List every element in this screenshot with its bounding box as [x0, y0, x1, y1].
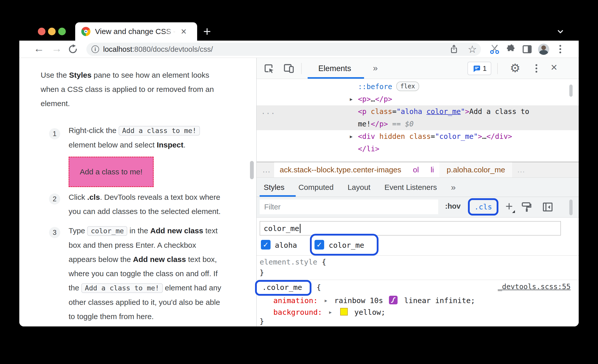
dom-token: class — [405, 132, 431, 141]
dom-token: </p> — [371, 120, 388, 128]
devtools-close-icon[interactable]: × — [551, 62, 557, 73]
breadcrumb-item-selected[interactable]: p.aloha.color_me — [447, 166, 505, 174]
elements-tab-underline — [308, 77, 364, 79]
reload-button[interactable] — [68, 44, 78, 55]
more-panes-chevron[interactable]: » — [451, 182, 456, 192]
tab-search-chevron-icon[interactable] — [555, 26, 565, 37]
doc-text: text box, — [186, 255, 217, 263]
dom-token: <p> — [358, 95, 371, 103]
share-icon[interactable] — [449, 44, 459, 54]
step-3-number: 3 — [49, 227, 60, 238]
forward-button[interactable]: → — [51, 43, 62, 54]
doc-bold-text: Add new class — [133, 255, 186, 263]
property-name: background: — [273, 308, 322, 317]
tab-title-fade — [164, 26, 179, 37]
toggle-hover-state-button[interactable]: :hov — [445, 202, 461, 210]
property-value: rainbow 10s — [334, 296, 383, 305]
browser-tab[interactable]: View and change CSS - Chrome × — [75, 22, 197, 41]
element-style-selector: element.style — [260, 258, 317, 266]
dom-token: > — [465, 107, 469, 116]
dock-styles-sidebar-icon[interactable] — [542, 201, 554, 213]
expand-arrow-icon[interactable]: ▶ — [329, 310, 332, 315]
expand-arrow-icon[interactable]: ▶ — [325, 298, 327, 303]
tab-close-icon[interactable]: × — [181, 27, 186, 36]
profile-avatar[interactable] — [538, 44, 549, 55]
add-class-demo-element[interactable]: Add a class to me! — [69, 157, 154, 187]
styles-filter-input[interactable] — [260, 200, 438, 214]
expand-arrow-icon[interactable]: ▶ — [350, 93, 353, 105]
minimize-window-button[interactable] — [48, 28, 56, 35]
class-checkbox-aloha[interactable]: ✓ — [261, 240, 271, 250]
back-button[interactable]: ← — [34, 43, 44, 54]
breadcrumb-item[interactable]: ack.stack--block.type.center-images — [280, 166, 401, 174]
step-2-text: Click .cls. DevTools reveals a text box … — [69, 190, 257, 219]
scissors-extension-icon[interactable] — [489, 44, 500, 55]
expand-arrow-icon[interactable]: ▶ — [350, 130, 353, 143]
dom-guide-dots: ... — [261, 105, 276, 118]
breadcrumb-item[interactable]: li — [431, 166, 434, 174]
tab-event-listeners[interactable]: Event Listeners — [384, 183, 437, 192]
class-checkbox-color-me[interactable]: ✓ — [314, 240, 324, 250]
side-panel-icon[interactable] — [522, 44, 533, 55]
demo-element-label: Add a class to me! — [80, 168, 143, 176]
doc-text: element. — [41, 99, 70, 108]
css-property-row[interactable]: background: ▶ yellow; — [273, 308, 385, 317]
bookmark-star-icon[interactable]: ☆ — [468, 44, 477, 54]
content-scrollbar-thumb[interactable] — [250, 161, 254, 179]
dom-token: " — [461, 107, 465, 116]
maximize-window-button[interactable] — [58, 28, 66, 35]
doc-text: Click — [69, 193, 87, 201]
doc-text: appears below the — [69, 255, 133, 263]
doc-text: Use the — [41, 71, 69, 79]
dom-node[interactable]: ▶<p>…</p> — [257, 93, 579, 105]
address-bar[interactable]: i localhost:8080/docs/devtools/css/ ☆ — [86, 43, 481, 56]
doc-text: to toggle them from here. — [69, 312, 154, 321]
dom-token: Add a class to — [469, 107, 529, 116]
dom-node-selected[interactable]: ...<p class="aloha color_me">Add a class… — [257, 105, 579, 130]
more-panels-chevron[interactable]: » — [373, 63, 378, 73]
bezier-editor-icon[interactable] — [389, 296, 398, 304]
browser-menu-kebab-icon[interactable] — [559, 48, 561, 50]
document-content-pane: Use the Styles pane to see how an elemen… — [19, 58, 256, 326]
new-tab-button[interactable]: + — [203, 24, 211, 39]
tab-computed[interactable]: Computed — [298, 183, 334, 192]
breadcrumb-item[interactable]: ol — [413, 166, 419, 174]
close-window-button[interactable] — [38, 28, 45, 35]
dom-scrollbar-thumb[interactable] — [569, 85, 573, 97]
doc-text: you can add classes to the selected elem… — [69, 207, 221, 216]
dom-tree: ::beforeflex▶<p>…</p>...<p class="aloha … — [257, 79, 579, 162]
doc-text: . — [183, 141, 185, 149]
elements-tab[interactable]: Elements — [318, 64, 351, 73]
browser-window: ← → i localhost:8080/docs/devtools/css/ … — [19, 41, 579, 326]
color-me-rule[interactable]: .color_me { _devtools.scss:55 animation:… — [257, 280, 579, 326]
color-swatch[interactable] — [340, 308, 348, 316]
property-value: yellow; — [354, 308, 385, 317]
devtools-menu-kebab-icon[interactable] — [536, 68, 537, 69]
dom-node[interactable]: </li> — [257, 143, 579, 155]
brace-close: } — [260, 268, 264, 277]
breadcrumb-overflow-left[interactable]: ... — [263, 166, 271, 174]
rendering-emulation-icon[interactable] — [520, 201, 532, 213]
dom-node[interactable]: ::beforeflex — [257, 80, 579, 93]
dom-token: flex — [396, 81, 419, 91]
device-toolbar-icon[interactable] — [283, 62, 295, 74]
element-style-rule[interactable]: element.style { } — [257, 256, 579, 280]
tab-layout[interactable]: Layout — [348, 183, 370, 192]
styles-scrollbar-thumb[interactable] — [569, 200, 573, 215]
issues-counter-button[interactable]: 1 — [467, 62, 491, 75]
site-info-icon[interactable]: i — [91, 45, 99, 53]
tab-styles[interactable]: Styles — [264, 183, 285, 192]
dom-node[interactable]: ▶<div hidden class="color_me">…</div> — [257, 130, 579, 143]
dom-breadcrumbs: ... ack.stack--block.type.center-images … — [257, 162, 579, 178]
doc-text: text — [203, 226, 218, 235]
doc-code-chip: Add a class to me! — [119, 126, 200, 136]
intro-paragraph: Use the Styles pane to see how an elemen… — [41, 68, 241, 111]
inspect-element-icon[interactable] — [263, 62, 275, 74]
add-new-class-input[interactable]: color_me — [260, 221, 561, 236]
devtools-settings-gear-icon[interactable]: ⚙ — [510, 62, 520, 74]
extensions-puzzle-icon[interactable] — [505, 44, 516, 55]
element-classes-button[interactable]: .cls — [474, 203, 492, 211]
stylesheet-source-link[interactable]: _devtools.scss:55 — [498, 283, 571, 291]
breadcrumb-overflow-right[interactable]: ... — [517, 166, 525, 174]
css-property-row[interactable]: animation: ▶ rainbow 10s linear infinite… — [273, 296, 475, 305]
